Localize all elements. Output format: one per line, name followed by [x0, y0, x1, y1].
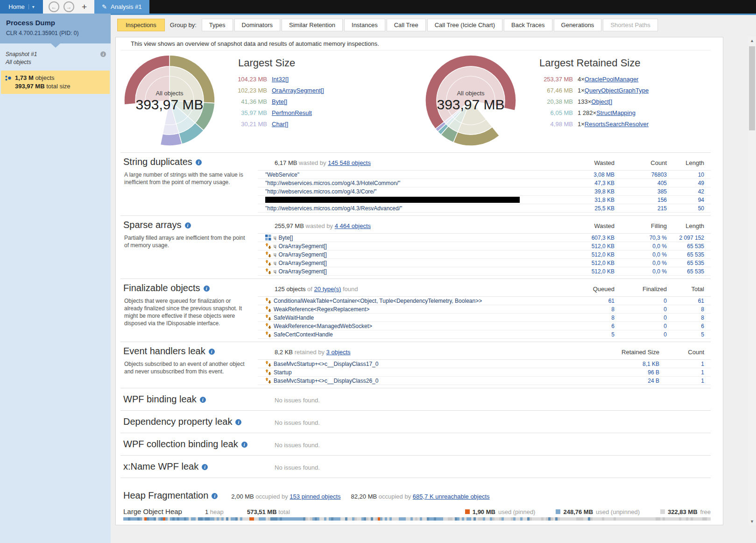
stat-link[interactable]: 20 type(s) [314, 286, 341, 293]
info-icon[interactable]: i [209, 349, 215, 355]
tab-types[interactable]: Types [202, 19, 233, 31]
row-label: ConditionalWeakTable+Container<Object, T… [258, 298, 564, 304]
table-row[interactable]: ɥOraArraySegment[]512,0 KB0,0 %65 535 [258, 242, 711, 250]
type-link-byte[interactable]: Byte[] [272, 96, 287, 107]
tab-analysis-1[interactable]: ✎ Analysis #1 [94, 0, 149, 14]
info-icon[interactable]: i [200, 397, 206, 403]
back-button[interactable]: ← [49, 1, 59, 12]
table-row[interactable]: ɥOraArraySegment[]512,0 KB0,0 %65 535 [258, 250, 711, 259]
table-row[interactable]: ɥOraArraySegment[]512,0 KB0,0 %65 535 [258, 259, 711, 267]
row-label: Startup [258, 369, 603, 376]
home-menu-button[interactable]: Home ▾ [0, 0, 43, 14]
type-link-oraclepoolmanager[interactable]: OraclePoolManager [585, 74, 639, 85]
process-dump-header[interactable]: Process Dump CLR 4.700.21.35901 (PID: 0) [0, 14, 111, 43]
largest-size-chart: All objects393,97 MBLargest Size104,23 M… [123, 54, 424, 147]
type-name: Byte[] [279, 235, 293, 241]
info-icon[interactable]: i [204, 286, 210, 292]
row-label: BaseMvcStartup+<>c__DisplayClass17_0 [258, 361, 603, 367]
info-icon[interactable]: i [212, 493, 218, 499]
table-row[interactable]: BaseMvcStartup+<>c__DisplayClass26_024 B… [258, 377, 711, 385]
table-row[interactable]: "http://webservices.micros.com/og/4.3/Co… [258, 187, 711, 196]
info-icon[interactable]: i [185, 222, 191, 229]
donut-largest-size: All objects393,97 MB [123, 54, 216, 147]
table-row[interactable]: SafeWaitHandle808 [258, 314, 711, 322]
column-header-finalized: Finalized [615, 286, 667, 293]
tab-dominators[interactable]: Dominators [234, 19, 280, 31]
table-row[interactable]: WeakReference<RegexReplacement>808 [258, 305, 711, 314]
table-row[interactable]: SafeCertContextHandle505 [258, 330, 711, 339]
row-label [258, 197, 564, 203]
tab-back-traces[interactable]: Back Traces [504, 19, 552, 31]
table-row[interactable]: "http://webservices.micros.com/og/4.3/Re… [258, 204, 711, 213]
class-type-icon [265, 323, 271, 329]
section-title-wrap: WPF binding leaki [123, 394, 258, 405]
table-row[interactable]: ɥByte[]607,3 KB70,3 %2 097 152 [258, 234, 711, 242]
cell-filling: 0,0 % [615, 243, 667, 250]
donut-slice-char[interactable] [160, 133, 182, 146]
type-link-structmapping[interactable]: StructMapping [596, 107, 636, 119]
new-tab-button[interactable]: + [80, 2, 89, 12]
section-title-wrap: WPF collection binding leaki [123, 439, 258, 450]
row-label: ɥOraArraySegment[] [258, 260, 564, 266]
cell-wasted: 3,08 MB [564, 171, 615, 178]
table-row[interactable]: WeakReference<ManagedWebSocket>606 [258, 322, 711, 330]
cell-length: 10 [667, 171, 711, 178]
cell-length: 65 535 [667, 251, 711, 258]
type-link-object[interactable]: Object[] [591, 96, 612, 107]
cell-retained-size: 24 B [603, 378, 659, 384]
table-row[interactable]: "WebService"3,08 MB7680310 [258, 171, 711, 179]
heap-stat: 2,00 MB occupied by 153 pinned objects [231, 493, 340, 500]
cell-length: 94 [667, 197, 711, 203]
sidebar-item-all-objects[interactable]: 1,73 M objects 393,97 MB total size [1, 71, 110, 94]
scroll-up-arrow[interactable]: ▲ [748, 37, 756, 44]
type-link-int32[interactable]: Int32[] [272, 74, 289, 85]
type-link-resortssearchresolver[interactable]: ResortsSearchResolver [585, 119, 649, 130]
navigation-strip: ← → + [43, 0, 94, 14]
stat-link[interactable]: 685,7 K unreachable objects [413, 493, 490, 500]
tab-generations[interactable]: Generations [554, 19, 602, 31]
info-icon[interactable]: i [196, 159, 202, 165]
stat-link[interactable]: 3 objects [326, 349, 351, 356]
snapshot-label: Snapshot #1 [6, 50, 105, 58]
forward-button[interactable]: → [64, 1, 74, 12]
instance-count: 133× [578, 96, 591, 107]
table-row[interactable]: BaseMvcStartup+<>c__DisplayClass17_08,1 … [258, 360, 711, 368]
type-link-char[interactable]: Char[] [272, 119, 288, 130]
stat-link[interactable]: 145 548 objects [328, 159, 371, 166]
table-row[interactable]: "http://webservices.micros.com/og/4.3/Ho… [258, 179, 711, 187]
type-link-perfmonresult[interactable]: PerfmonResult [272, 107, 312, 119]
tab-instances[interactable]: Instances [344, 19, 385, 31]
row-label: WeakReference<ManagedWebSocket> [258, 323, 564, 329]
stat-value: 125 objects [275, 286, 307, 293]
stat-suffix: found [341, 286, 358, 293]
cell-finalized: 0 [615, 331, 667, 338]
tab-inspections[interactable]: Inspections [117, 19, 165, 31]
cell-total: 8 [667, 306, 711, 313]
scroll-down-arrow[interactable]: ▼ [748, 518, 756, 525]
tab-similar-retention[interactable]: Similar Retention [282, 19, 343, 31]
info-icon[interactable]: i [241, 442, 247, 448]
stat-link[interactable]: 4 464 objects [335, 222, 371, 229]
type-link-oraarraysegment[interactable]: OraArraySegment[] [272, 85, 324, 96]
table-row[interactable]: Startup96 B1 [258, 368, 711, 377]
table-row[interactable]: ConditionalWeakTable+Container<Object, T… [258, 297, 711, 305]
stat-link[interactable]: 153 pinned objects [290, 493, 340, 500]
size-value: 35,97 MB [222, 107, 267, 119]
cell-length: 42 [667, 188, 711, 195]
section-title-wrap: Event handlers leaki [123, 346, 258, 357]
type-prefix-glyph: ɥ [274, 260, 276, 265]
table-row[interactable]: ɥOraArraySegment[]512,0 KB0,0 %65 535 [258, 267, 711, 276]
table-row[interactable]: 31,8 KB15694 [258, 196, 711, 204]
info-icon[interactable]: i [235, 419, 241, 425]
total-size-label: total size [46, 83, 70, 90]
section-title: Finalizable objects [123, 283, 200, 293]
class-type-icon [265, 243, 271, 249]
scrollbar-thumb[interactable] [749, 46, 755, 130]
info-icon[interactable]: i [100, 51, 106, 57]
info-icon[interactable]: i [202, 464, 208, 470]
type-link-queryobjectgraphtype[interactable]: QueryObjectGraphType [585, 85, 649, 96]
vertical-scrollbar[interactable]: ▲ ▼ [748, 37, 756, 525]
tab-call-tree[interactable]: Call Tree [387, 19, 426, 31]
type-name: SafeCertContextHandle [274, 331, 333, 338]
tab-call-tree-icicle-chart[interactable]: Call Tree (Icicle Chart) [427, 19, 502, 31]
